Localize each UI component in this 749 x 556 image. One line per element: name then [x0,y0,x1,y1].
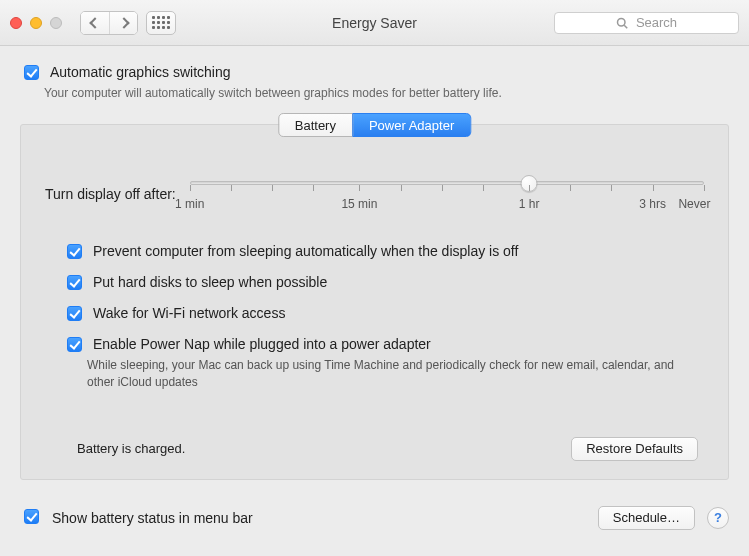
slider-label-never: Never [678,197,710,211]
options-list: Prevent computer from sleeping automatic… [63,243,704,391]
auto-graphics-label: Automatic graphics switching [50,64,231,80]
forward-button[interactable] [109,12,137,34]
window-controls [10,17,62,29]
tab-power-adapter[interactable]: Power Adapter [352,113,471,137]
display-off-label: Turn display off after: [45,186,176,202]
grid-icon [152,16,170,29]
power-nap-label: Enable Power Nap while plugged into a po… [93,336,431,352]
auto-graphics-desc: Your computer will automatically switch … [44,86,729,100]
search-field[interactable]: Search [554,12,739,34]
hard-disks-label: Put hard disks to sleep when possible [93,274,327,290]
slider-label-15min: 15 min [341,197,377,211]
svg-line-1 [624,25,627,28]
slider-label-1hr: 1 hr [519,197,540,211]
opt-hard-disks: Put hard disks to sleep when possible [63,274,704,293]
prevent-sleep-checkbox[interactable] [67,244,82,259]
power-nap-checkbox[interactable] [67,337,82,352]
tab-group: Battery Power Adapter [278,113,471,137]
panel-footer: Battery is charged. Restore Defaults [45,437,704,461]
settings-panel: Battery Power Adapter Turn display off a… [20,124,729,480]
hard-disks-checkbox[interactable] [67,275,82,290]
auto-graphics-row: Automatic graphics switching [20,64,729,83]
opt-wake-wifi: Wake for Wi-Fi network access [63,305,704,324]
wake-wifi-checkbox[interactable] [67,306,82,321]
show-all-button[interactable] [146,11,176,35]
bottom-bar: Show battery status in menu bar Schedule… [0,492,749,530]
schedule-button[interactable]: Schedule… [598,506,695,530]
menubar-status-label: Show battery status in menu bar [52,510,253,526]
battery-status: Battery is charged. [77,441,185,456]
slider-ticks [190,185,704,193]
content-area: Automatic graphics switching Your comput… [0,46,749,492]
menubar-status-checkbox[interactable] [24,509,39,524]
help-button[interactable]: ? [707,507,729,529]
opt-prevent-sleep: Prevent computer from sleeping automatic… [63,243,704,262]
slider-label-1min: 1 min [175,197,204,211]
minimize-window-button[interactable] [30,17,42,29]
nav-back-forward [80,11,138,35]
search-icon [616,17,628,29]
restore-defaults-button[interactable]: Restore Defaults [571,437,698,461]
wake-wifi-label: Wake for Wi-Fi network access [93,305,285,321]
close-window-button[interactable] [10,17,22,29]
auto-graphics-checkbox[interactable] [24,65,39,80]
power-nap-desc: While sleeping, your Mac can back up usi… [87,357,704,391]
slider-labels: 1 min 15 min 1 hr 3 hrs Never [190,197,704,213]
toolbar: Energy Saver Search [0,0,749,46]
chevron-left-icon [89,17,100,28]
display-off-slider[interactable]: 1 min 15 min 1 hr 3 hrs Never [190,175,704,213]
prevent-sleep-label: Prevent computer from sleeping automatic… [93,243,518,259]
zoom-window-button [50,17,62,29]
opt-power-nap: Enable Power Nap while plugged into a po… [63,336,704,391]
slider-label-3hrs: 3 hrs [639,197,666,211]
back-button[interactable] [81,12,109,34]
chevron-right-icon [118,17,129,28]
display-off-row: Turn display off after: 1 min 15 min 1 h… [45,175,704,213]
search-placeholder: Search [636,15,677,30]
tab-battery[interactable]: Battery [278,113,353,137]
svg-point-0 [617,18,625,26]
